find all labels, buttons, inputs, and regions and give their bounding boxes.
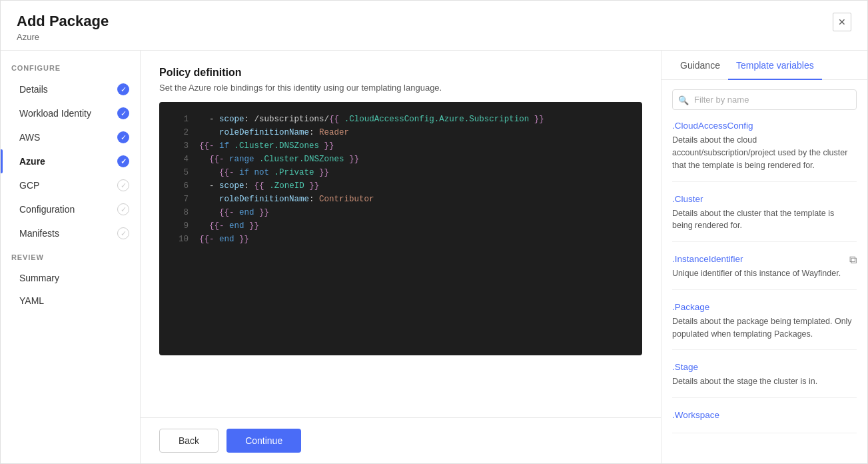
line-number-4: 4 [170, 153, 189, 166]
modal-container: Add Package Azure ✕ CONFIGURE Details ✓ … [0, 0, 868, 464]
code-line-9: 9 {{- end }} [159, 219, 642, 233]
sidebar-item-workload-identity-status-icon: ✓ [117, 107, 129, 119]
sidebar-item-aws[interactable]: AWS ✓ [1, 125, 140, 149]
sidebar: CONFIGURE Details ✓ Workload Identity ✓ … [1, 51, 141, 463]
sidebar-item-configuration-label: Configuration [19, 204, 75, 215]
tab-template-variables[interactable]: Template variables [728, 51, 822, 80]
tab-guidance[interactable]: Guidance [672, 51, 728, 80]
close-button[interactable]: ✕ [833, 13, 851, 31]
var-package: .Package Details about the package being… [672, 302, 857, 351]
var-stage: .Stage Details about the stage the clust… [672, 362, 857, 398]
code-editor[interactable]: 1 - scope: /subscriptions/{{ .CloudAcces… [159, 102, 642, 355]
code-line-1: 1 - scope: /subscriptions/{{ .CloudAcces… [159, 113, 642, 126]
sidebar-item-yaml[interactable]: YAML [1, 289, 140, 312]
sidebar-item-aws-status-icon: ✓ [117, 131, 129, 143]
line-number-9: 9 [170, 219, 189, 233]
sidebar-item-manifests-label: Manifests [19, 228, 59, 239]
policy-definition-desc: Set the Azure role bindings for this ide… [159, 83, 642, 93]
sidebar-item-details-label: Details [19, 84, 48, 95]
right-panel: Guidance Template variables 🔍 .CloudAcce… [661, 51, 867, 463]
right-panel-tabs: Guidance Template variables [661, 51, 867, 80]
line-number-6: 6 [170, 179, 189, 193]
sidebar-item-gcp[interactable]: GCP ✓ [1, 173, 140, 197]
code-line-7: 7 roleDefinitionName: Contributor [159, 193, 642, 206]
var-cluster: .Cluster Details about the cluster that … [672, 194, 857, 243]
code-line-3: 3 {{- if .Cluster.DNSZones }} [159, 139, 642, 153]
line-number-2: 2 [170, 126, 189, 139]
var-package-title[interactable]: .Package [672, 302, 857, 312]
line-number-10: 10 [170, 233, 189, 246]
modal-title: Add Package [17, 13, 109, 30]
var-cluster-desc: Details about the cluster that the templ… [672, 207, 857, 233]
code-content-6: - scope: {{ .ZoneID }} [199, 179, 319, 193]
var-workspace: .Workspace [672, 410, 857, 433]
sidebar-item-details[interactable]: Details ✓ [1, 77, 140, 101]
var-workspace-title[interactable]: .Workspace [672, 410, 857, 420]
sidebar-item-summary[interactable]: Summary [1, 267, 140, 289]
line-number-1: 1 [170, 113, 189, 126]
var-cluster-title[interactable]: .Cluster [672, 194, 857, 204]
var-cloud-access-config-title[interactable]: .CloudAccessConfig [672, 121, 857, 131]
var-instance-identifier: .InstanceIdentifier Unique identifier of… [672, 254, 857, 290]
var-instance-identifier-title[interactable]: .InstanceIdentifier [672, 254, 857, 264]
code-line-8: 8 {{- end }} [159, 206, 642, 219]
sidebar-item-yaml-label: YAML [19, 295, 44, 306]
right-panel-content: 🔍 .CloudAccessConfig Details about the c… [661, 80, 867, 463]
line-number-5: 5 [170, 166, 189, 179]
search-icon: 🔍 [678, 95, 689, 105]
filter-input-wrapper: 🔍 [672, 89, 857, 110]
modal-subtitle: Azure [17, 32, 109, 42]
code-content-5: {{- if not .Private }} [199, 166, 329, 179]
main-content: Policy definition Set the Azure role bin… [141, 51, 661, 463]
code-line-5: 5 {{- if not .Private }} [159, 166, 642, 179]
modal-header: Add Package Azure ✕ [1, 1, 867, 51]
modal-title-group: Add Package Azure [17, 13, 109, 42]
var-cloud-access-config: .CloudAccessConfig Details about the clo… [672, 121, 857, 181]
line-number-3: 3 [170, 139, 189, 153]
sidebar-item-aws-label: AWS [19, 132, 40, 143]
copy-icon[interactable]: ⧉ [849, 254, 857, 266]
filter-input[interactable] [672, 89, 857, 110]
var-stage-title[interactable]: .Stage [672, 362, 857, 372]
code-content-7: roleDefinitionName: Contributor [199, 193, 374, 206]
sidebar-item-configuration-status-icon: ✓ [117, 203, 129, 215]
sidebar-item-azure[interactable]: Azure ✓ [1, 149, 140, 173]
content-area: Policy definition Set the Azure role bin… [141, 51, 661, 417]
code-content-2: roleDefinitionName: Reader [199, 126, 349, 139]
code-line-4: 4 {{- range .Cluster.DNSZones }} [159, 153, 642, 166]
sidebar-review-label: REVIEW [1, 253, 140, 267]
code-line-2: 2 roleDefinitionName: Reader [159, 126, 642, 139]
sidebar-configure-label: CONFIGURE [1, 64, 140, 77]
var-package-desc: Details about the package being template… [672, 315, 857, 341]
sidebar-item-gcp-status-icon: ✓ [117, 179, 129, 191]
sidebar-item-manifests[interactable]: Manifests ✓ [1, 221, 140, 245]
var-instance-identifier-desc: Unique identifier of this instance of Wa… [672, 267, 857, 280]
line-number-8: 8 [170, 206, 189, 219]
line-number-7: 7 [170, 193, 189, 206]
sidebar-item-summary-label: Summary [19, 273, 59, 283]
sidebar-item-gcp-label: GCP [19, 180, 39, 191]
footer-actions: Back Continue [141, 417, 661, 463]
sidebar-item-manifests-status-icon: ✓ [117, 227, 129, 239]
sidebar-item-azure-label: Azure [19, 156, 45, 167]
sidebar-item-workload-identity[interactable]: Workload Identity ✓ [1, 101, 140, 125]
code-content-1: - scope: /subscriptions/{{ .CloudAccessC… [199, 113, 544, 126]
code-content-8: {{- end }} [199, 206, 269, 219]
var-stage-desc: Details about the stage the cluster is i… [672, 375, 857, 388]
code-content-10: {{- end }} [199, 233, 249, 246]
code-content-9: {{- end }} [199, 219, 259, 233]
continue-button[interactable]: Continue [226, 429, 301, 453]
var-cloud-access-config-desc: Details about the cloud account/subscrip… [672, 134, 857, 171]
code-line-10: 10 {{- end }} [159, 233, 642, 246]
back-button[interactable]: Back [159, 429, 218, 453]
code-line-6: 6 - scope: {{ .ZoneID }} [159, 179, 642, 193]
policy-definition-title: Policy definition [159, 67, 642, 79]
sidebar-item-workload-identity-label: Workload Identity [19, 108, 91, 119]
code-content-3: {{- if .Cluster.DNSZones }} [199, 139, 334, 153]
code-content-4: {{- range .Cluster.DNSZones }} [199, 153, 359, 166]
sidebar-item-details-status-icon: ✓ [117, 83, 129, 95]
modal-body: CONFIGURE Details ✓ Workload Identity ✓ … [1, 51, 867, 463]
sidebar-item-configuration[interactable]: Configuration ✓ [1, 197, 140, 221]
sidebar-item-azure-status-icon: ✓ [117, 155, 129, 167]
